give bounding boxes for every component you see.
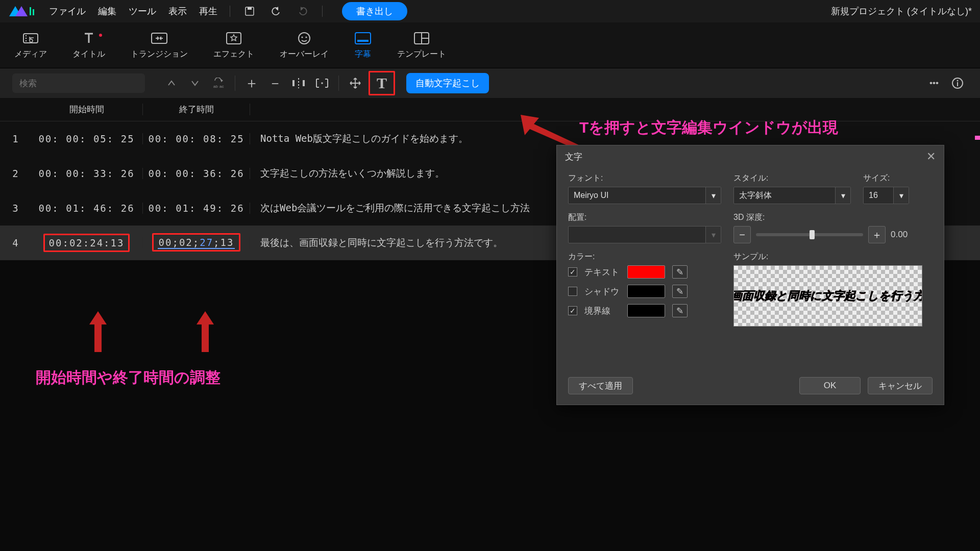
eyedropper-icon[interactable]: ✎	[672, 285, 688, 298]
ribbon-label: トランジション	[131, 49, 188, 60]
start-time[interactable]: 00:02:24:13	[31, 237, 143, 248]
depth-label: 3D 深度:	[733, 212, 933, 223]
save-icon[interactable]	[242, 4, 257, 18]
split-icon[interactable]	[288, 73, 309, 93]
svg-rect-26	[303, 80, 305, 86]
end-time[interactable]: 00: 00: 36: 26	[143, 168, 250, 179]
ribbon-title[interactable]: タイトル	[72, 31, 105, 60]
svg-text:ac: ac	[219, 84, 224, 89]
move-icon[interactable]	[345, 73, 365, 93]
prev-icon[interactable]	[161, 73, 182, 93]
start-time[interactable]: 00: 01: 46: 26	[31, 203, 143, 214]
color-row-border: 境界線 ✎	[568, 304, 721, 317]
auto-transcribe-button[interactable]: 自動文字起こし	[406, 73, 489, 93]
text-dialog: 文字 ✕ フォント: Meiryo UI ▾ スタイル: 太字斜体 ▾ サイズ:	[556, 145, 944, 405]
depth-plus-button[interactable]: ＋	[868, 226, 886, 243]
cancel-button[interactable]: キャンセル	[868, 377, 933, 394]
start-time[interactable]: 00: 00: 05: 25	[31, 133, 143, 144]
dialog-footer: すべて適用 OK キャンセル	[557, 374, 944, 405]
transition-icon	[151, 31, 168, 46]
checkbox-shadow[interactable]	[568, 287, 577, 296]
ok-button[interactable]: OK	[799, 377, 861, 394]
separator	[235, 76, 235, 91]
export-button[interactable]: 書き出し	[342, 2, 407, 20]
slider-thumb[interactable]	[810, 230, 815, 239]
align-label: 配置:	[568, 212, 721, 223]
ribbon-subtitle[interactable]: 字幕	[354, 31, 372, 60]
menu-view[interactable]: 表示	[168, 5, 187, 17]
redo-icon[interactable]	[296, 4, 310, 18]
end-time[interactable]: 00: 01: 49: 26	[143, 203, 250, 214]
end-time-highlight: 00;02;27;13	[152, 233, 241, 252]
svg-rect-2	[30, 7, 31, 15]
menu-file[interactable]: ファイル	[49, 5, 86, 17]
depth-slider[interactable]	[756, 233, 863, 236]
ribbon-transition[interactable]: トランジション	[131, 31, 188, 60]
checkbox-border[interactable]	[568, 306, 577, 315]
ribbon-overlay[interactable]: オーバーレイ	[280, 31, 329, 60]
annotation-arrow-end	[197, 311, 214, 352]
ribbon-label: エフェクト	[213, 49, 254, 60]
svg-point-9	[26, 35, 27, 37]
size-select[interactable]: 16 ▾	[863, 187, 909, 204]
effect-icon	[225, 31, 242, 46]
subtitle-toolbar: 検索 abac ＋ － T 自動文字起こし •••	[0, 68, 980, 98]
end-time[interactable]: 00;02;27;13	[143, 237, 250, 249]
more-icon[interactable]: •••	[924, 73, 944, 93]
menu-tools[interactable]: ツール	[129, 5, 156, 17]
sample-label: サンプル:	[733, 252, 933, 262]
info-icon[interactable]	[947, 73, 968, 93]
separator	[322, 6, 323, 17]
end-edit[interactable]: 27	[200, 237, 213, 248]
undo-icon[interactable]	[269, 4, 283, 18]
size-label: サイズ:	[863, 173, 909, 184]
color-swatch-text[interactable]	[627, 265, 665, 279]
svg-point-10	[26, 38, 27, 39]
style-select[interactable]: 太字斜体 ▾	[733, 187, 851, 204]
separator	[338, 76, 339, 91]
ribbon-media[interactable]: メディア	[14, 31, 47, 60]
svg-point-11	[26, 40, 27, 42]
align-select[interactable]: ▾	[568, 226, 721, 243]
start-time[interactable]: 00: 00: 33: 26	[31, 168, 143, 179]
ribbon-template[interactable]: テンプレート	[397, 31, 446, 60]
menu-edit[interactable]: 編集	[98, 5, 116, 17]
svg-rect-12	[152, 33, 167, 43]
svg-rect-5	[248, 7, 252, 10]
font-value: Meiryo UI	[574, 191, 608, 200]
ribbon-effect[interactable]: エフェクト	[213, 31, 254, 60]
remove-icon[interactable]: －	[265, 73, 285, 93]
text-tool-button[interactable]: T	[373, 74, 390, 92]
color-row-shadow: シャドウ ✎	[568, 285, 721, 298]
text-tool-highlight: T	[369, 71, 395, 95]
merge-icon[interactable]	[312, 73, 332, 93]
depth-minus-button[interactable]: −	[733, 226, 751, 243]
color-swatch-shadow[interactable]	[627, 285, 665, 298]
add-icon[interactable]: ＋	[241, 73, 262, 93]
ribbon: メディア タイトル トランジション エフェクト オーバーレイ 字幕 テンプレート	[0, 22, 980, 68]
ribbon-label: オーバーレイ	[280, 49, 329, 60]
eyedropper-icon[interactable]: ✎	[672, 304, 688, 317]
checkbox-text[interactable]	[568, 267, 577, 277]
title-icon	[80, 31, 97, 46]
apply-all-button[interactable]: すべて適用	[568, 377, 633, 394]
color-swatch-border[interactable]	[627, 304, 665, 317]
style-value: 太字斜体	[739, 190, 772, 201]
menu-play[interactable]: 再生	[199, 5, 217, 17]
search-placeholder: 検索	[19, 78, 37, 89]
template-icon	[413, 31, 430, 46]
chevron-down-icon: ▾	[705, 187, 721, 204]
eyedropper-icon[interactable]: ✎	[672, 265, 688, 279]
ribbon-label: テンプレート	[397, 49, 446, 60]
font-label: フォント:	[568, 173, 721, 184]
dialog-title: 文字	[565, 151, 582, 163]
size-value: 16	[869, 191, 878, 200]
dialog-titlebar[interactable]: 文字 ✕	[557, 145, 944, 168]
next-icon[interactable]	[185, 73, 205, 93]
chevron-down-icon: ▾	[835, 187, 850, 204]
close-icon[interactable]: ✕	[926, 150, 936, 163]
font-select[interactable]: Meiryo UI ▾	[568, 187, 721, 204]
end-time[interactable]: 00: 00: 08: 25	[143, 133, 250, 144]
search-input[interactable]: 検索	[12, 73, 145, 93]
replace-icon[interactable]: abac	[208, 73, 229, 93]
